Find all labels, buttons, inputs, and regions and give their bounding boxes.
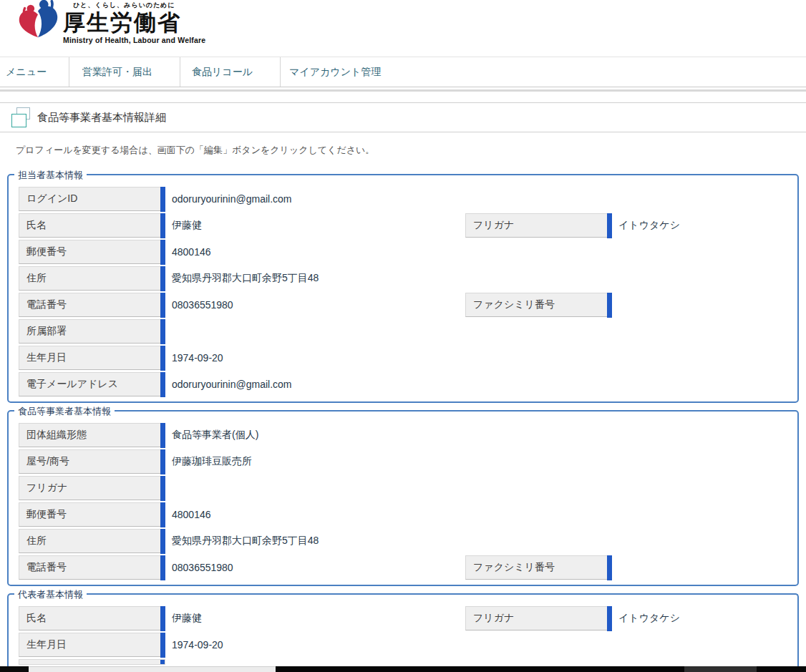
field-row: 所属部署 [19,319,787,344]
field-value: 伊藤珈琲豆販売所 [172,455,252,468]
nav-item-label: 食品リコール [192,66,253,79]
field-value: 愛知県丹羽郡大口町余野5丁目48 [172,272,319,285]
field-label: フリガナ [465,606,612,630]
field-label: 住所 [19,529,165,553]
field-label-text: 電子メールアドレス [26,378,118,391]
field-label-text: 住所 [26,535,47,547]
page-title-bar: 食品等事業者基本情報詳細 [0,102,806,132]
nav-item-2[interactable]: 営業許可・届出 [69,57,180,87]
overlapping-squares-icon [11,107,30,127]
field-value: 1974-09-20 [172,639,223,651]
section-legend: 代表者基本情報 [14,588,87,601]
field-label-text: 氏名 [26,219,47,232]
nav-item-3[interactable]: 食品リコール [180,57,281,87]
field-value: 4800146 [172,509,211,520]
screen-edge-segment [29,666,276,672]
field-label-text: 生年月日 [26,638,67,651]
field-label-text: フリガナ [26,482,67,495]
nav-item-label: 営業許可・届出 [82,66,152,79]
header-tagline: ひと、くらし、みらいのために [73,1,205,10]
field-value: 伊藤健 [172,612,202,625]
field-value: 伊藤健 [172,219,202,232]
field-label-text: 団体組織形態 [26,429,87,442]
field-row: 生年月日1974-09-20 [19,346,787,370]
field-label: 電子メールアドレス [19,372,165,396]
field-value: イトウタケシ [618,612,680,625]
field-value: 愛知県丹羽郡大口町余野5丁目48 [172,535,319,547]
field-label-text: 郵便番号 [26,245,67,258]
section-legend: 食品等事業者基本情報 [14,405,115,418]
field-label-text: 屋号/商号 [26,455,69,468]
field-value: イトウタケシ [618,219,680,232]
page-title: 食品等事業者基本情報詳細 [37,111,166,125]
field-value: 08036551980 [172,562,233,573]
field-label: 生年月日 [19,633,165,657]
field-row: 住所愛知県丹羽郡大口町余野5丁目48 [19,529,787,553]
field-label: ファクシミリ番号 [465,293,612,317]
section-3: 代表者基本情報氏名伊藤健フリガナイトウタケシ生年月日1974-09-20 [7,593,799,672]
page-description: プロフィールを変更する場合は、画面下の「編集」ボタンをクリックしてください。 [16,144,806,157]
screen-edge-artifact [0,666,806,672]
field-value: 08036551980 [172,299,233,311]
field-row: 氏名伊藤健フリガナイトウタケシ [19,213,787,238]
nav-separator [0,89,806,92]
detail-sections: 担当者基本情報ログインIDodoruryourinin@gmail.com氏名伊… [0,174,806,672]
field-value: 4800146 [172,246,211,258]
field-row: 住所愛知県丹羽郡大口町余野5丁目48 [19,266,787,291]
field-row: 屋号/商号伊藤珈琲豆販売所 [19,449,787,474]
nav-item-label: マイアカウント管理 [289,66,381,79]
field-row: 電話番号08036551980ファクシミリ番号 [19,555,787,580]
field-label-text: ファクシミリ番号 [473,298,555,311]
field-value: 1974-09-20 [172,352,223,364]
screen-edge-segment [276,666,684,672]
field-label: フリガナ [465,213,612,238]
field-label: 郵便番号 [19,240,165,264]
field-label: ファクシミリ番号 [465,555,612,580]
nav-item-1[interactable]: メニュー [0,57,69,87]
field-value: odoruryourinin@gmail.com [172,193,292,205]
section-1: 担当者基本情報ログインIDodoruryourinin@gmail.com氏名伊… [7,174,799,403]
field-row: 氏名伊藤健フリガナイトウタケシ [19,606,787,630]
field-row: 電子メールアドレスodoruryourinin@gmail.com [19,372,787,396]
nav-item-label: メニュー [6,66,47,79]
nav-item-4[interactable]: マイアカウント管理 [281,57,408,87]
field-label-text: 生年月日 [26,351,67,364]
field-label: 郵便番号 [19,502,165,527]
field-label-text: ファクシミリ番号 [473,561,555,574]
screen-edge-segment [757,666,806,672]
org-name: 厚生労働省 [63,10,205,36]
field-row: フリガナ [19,476,787,500]
field-label-text: 住所 [26,272,47,285]
field-label-text: 所属部署 [26,325,67,338]
field-row: ログインIDodoruryourinin@gmail.com [19,187,787,211]
field-row: 団体組織形態食品等事業者(個人) [19,423,787,447]
screen-edge-segment [0,666,29,672]
mhlw-logo-icon [16,0,60,40]
field-value: odoruryourinin@gmail.com [172,379,292,390]
field-label: 生年月日 [19,346,165,370]
screen-edge-segment [684,666,757,672]
field-label-text: 電話番号 [26,298,67,311]
site-header: ひと、くらし、みらいのために 厚生労働省 Ministry of Health,… [0,0,806,57]
field-label: 電話番号 [19,555,165,580]
field-row: 郵便番号4800146 [19,240,787,264]
field-label-text: 氏名 [26,612,47,625]
field-label: ログインID [19,187,165,211]
field-label: 所属部署 [19,319,165,344]
partial-row [19,659,165,665]
field-label: 電話番号 [19,293,165,317]
field-row: 郵便番号4800146 [19,502,787,527]
field-label-text: 電話番号 [26,561,67,574]
field-label: 氏名 [19,213,165,238]
main-nav: メニュー営業許可・届出食品リコールマイアカウント管理 [0,57,806,87]
field-label: 団体組織形態 [19,423,165,447]
field-label-text: フリガナ [473,612,514,625]
field-label: フリガナ [19,476,165,500]
field-value: 食品等事業者(個人) [172,429,258,442]
field-label-text: ログインID [26,193,77,205]
field-label-text: 郵便番号 [26,508,67,521]
section-2: 食品等事業者基本情報団体組織形態食品等事業者(個人)屋号/商号伊藤珈琲豆販売所フ… [7,410,799,586]
field-label: 住所 [19,266,165,291]
field-label: 氏名 [19,606,165,630]
field-label-text: フリガナ [473,219,514,232]
